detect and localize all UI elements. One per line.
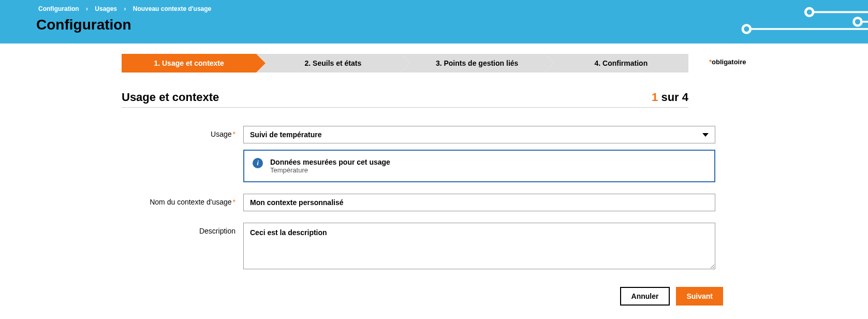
wizard-step-points[interactable]: 3. Points de gestion liés <box>401 54 545 72</box>
breadcrumb-item[interactable]: Usages <box>95 5 117 12</box>
context-name-label: Nom du contexte d'usage* <box>36 194 243 206</box>
info-subtitle: Température <box>270 166 390 174</box>
usage-info-box: i Données mesurées pour cet usage Tempér… <box>243 150 715 182</box>
section-header: Usage et contexte 1 sur 4 <box>122 91 688 108</box>
usage-selected-value: Suivi de température <box>250 130 322 139</box>
info-icon: i <box>253 158 263 168</box>
decoration-graphic <box>682 0 868 44</box>
info-title: Données mesurées pour cet usage <box>270 158 390 166</box>
next-button[interactable]: Suivant <box>676 287 723 306</box>
usage-select[interactable]: Suivi de température <box>243 126 715 143</box>
svg-point-0 <box>743 25 751 33</box>
cancel-button[interactable]: Annuler <box>620 287 670 306</box>
breadcrumb-item[interactable]: Configuration <box>38 5 79 12</box>
section-title: Usage et contexte <box>122 91 219 104</box>
wizard-step-confirmation[interactable]: 4. Confirmation <box>545 54 688 72</box>
chevron-right-icon: › <box>124 5 126 12</box>
step-counter: 1 sur 4 <box>652 91 688 104</box>
wizard-steps: 1. Usage et contexte 2. Seuils et états … <box>122 54 688 72</box>
chevron-right-icon: › <box>86 5 88 12</box>
wizard-step-usage[interactable]: 1. Usage et contexte <box>122 54 256 72</box>
svg-point-4 <box>854 18 862 26</box>
description-label: Description <box>36 223 243 235</box>
description-textarea[interactable] <box>243 223 715 269</box>
usage-label: Usage* <box>36 126 243 138</box>
breadcrumb-item: Nouveau contexte d'usage <box>133 5 212 12</box>
page-header: Configuration › Usages › Nouveau context… <box>0 0 868 44</box>
svg-point-2 <box>805 8 813 16</box>
wizard-step-seuils[interactable]: 2. Seuils et états <box>256 54 400 72</box>
mandatory-legend: *obligatoire <box>709 54 746 66</box>
context-name-input[interactable] <box>243 194 715 211</box>
caret-down-icon <box>702 133 709 137</box>
